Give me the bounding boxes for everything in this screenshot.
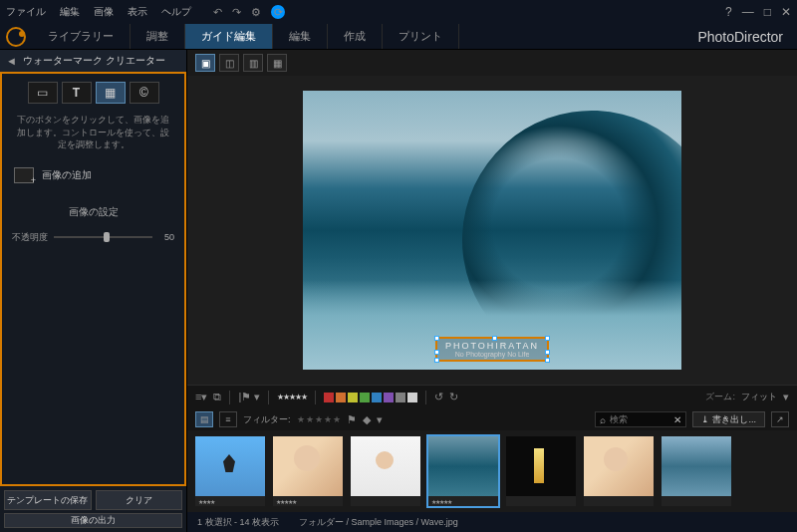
filter-more-icon[interactable]: ▾ <box>377 413 383 426</box>
view-list-icon[interactable]: ≡ <box>219 411 237 427</box>
opacity-slider[interactable]: 不透明度 50 <box>10 227 176 248</box>
grid-icon[interactable]: ≡▾ <box>195 391 207 403</box>
panel-title: ウォーターマーク クリエーター <box>23 54 165 68</box>
thumb-image <box>428 436 498 496</box>
filter-tag-icon[interactable]: ◆ <box>363 413 371 426</box>
slideshow-icon[interactable]: ⧉ <box>213 391 221 403</box>
rating-toolbar: ≡▾ ⧉ |⚑ ▾ ★★★★★ ↺ ↻ ズーム: フィット ▾ <box>187 385 797 408</box>
thumb-image <box>662 436 731 496</box>
filter-flag-icon[interactable]: ⚑ <box>347 413 357 426</box>
undo-icon[interactable]: ↶ <box>213 6 222 19</box>
hint-text: 下のボタンをクリックして、画像を追加します。コントロールを使って、設定を調整しま… <box>10 112 176 153</box>
window-minimize-icon[interactable]: — <box>742 5 754 19</box>
menu-help[interactable]: ヘルプ <box>161 5 191 19</box>
canvas[interactable]: PHOTOHIRATAN No Photography No Life <box>187 76 797 385</box>
clear-button[interactable]: クリア <box>96 490 183 510</box>
export-button[interactable]: ⤓ 書き出し... <box>692 411 765 427</box>
left-panel: ◄ ウォーターマーク クリエーター ▭ T ▦ © 下のボタンをクリックして、画… <box>0 50 187 532</box>
thumbnail[interactable]: ★★★★★ <box>428 436 498 506</box>
window-close-icon[interactable]: ✕ <box>781 5 791 19</box>
wm-tab-frame[interactable]: ▭ <box>28 82 58 104</box>
status-bar: 1 枚選択 - 14 枚表示 フォルダー / Sample Images / W… <box>187 512 797 532</box>
thumb-rating: ★★★★★ <box>431 498 451 505</box>
cloud-sync-icon[interactable]: ⟳ <box>271 5 285 19</box>
flag-icon[interactable]: |⚑ ▾ <box>238 391 260 403</box>
rotate-ccw-icon[interactable]: ↺ <box>434 391 443 403</box>
filter-stars[interactable]: ★★★★★ <box>297 414 341 424</box>
export-icon: ⤓ <box>701 414 709 424</box>
wm-tab-copyright[interactable]: © <box>130 82 159 104</box>
window-help-icon[interactable]: ? <box>725 5 732 19</box>
gear-icon[interactable]: ⚙ <box>251 6 261 19</box>
view-split-icon[interactable]: ◫ <box>219 54 239 72</box>
status-path: フォルダー / Sample Images / Wave.jpg <box>299 516 458 529</box>
thumbnail[interactable]: ★★★★ <box>195 436 265 506</box>
save-template-button[interactable]: テンプレートの保存 <box>4 490 92 510</box>
zoom-dropdown-icon[interactable]: ▾ <box>783 391 789 403</box>
back-icon[interactable]: ◄ <box>6 55 17 67</box>
view-multi-icon[interactable]: ▦ <box>267 54 287 72</box>
watermark-type-tabs: ▭ T ▦ © <box>10 82 176 104</box>
tab-library[interactable]: ライブラリー <box>32 24 131 49</box>
color-swatch[interactable] <box>407 393 417 402</box>
color-swatch[interactable] <box>372 393 382 402</box>
view-thumb-icon[interactable]: ▤ <box>195 411 213 427</box>
menu-file[interactable]: ファイル <box>6 5 46 19</box>
export-image-button[interactable]: 画像の出力 <box>4 513 182 528</box>
wm-tab-image[interactable]: ▦ <box>96 82 126 104</box>
thumbnail[interactable] <box>584 436 654 506</box>
watermark-overlay[interactable]: PHOTOHIRATAN No Photography No Life <box>435 337 549 362</box>
thumb-image <box>273 436 343 496</box>
color-swatch[interactable] <box>336 393 346 402</box>
tab-edit[interactable]: 編集 <box>273 24 328 49</box>
add-image-button[interactable]: 画像の追加 <box>10 161 176 189</box>
opacity-value: 50 <box>158 232 174 242</box>
thumb-image <box>584 436 654 496</box>
image-settings-label: 画像の設定 <box>10 205 176 219</box>
photo-preview[interactable]: PHOTOHIRATAN No Photography No Life <box>303 91 681 370</box>
app-logo <box>0 24 32 49</box>
redo-icon[interactable]: ↷ <box>232 6 241 19</box>
thumbnail[interactable] <box>351 436 420 506</box>
zoom-fit[interactable]: フィット <box>741 391 777 403</box>
menubar: ファイル 編集 画像 表示 ヘルプ ↶ ↷ ⚙ ⟳ ? — □ ✕ <box>0 0 797 24</box>
rating-stars[interactable]: ★★★★★ <box>277 393 307 401</box>
tab-print[interactable]: プリント <box>383 24 459 49</box>
thumb-rating: ★★★★★ <box>276 498 296 505</box>
zoom-label: ズーム: <box>705 391 735 403</box>
opacity-handle[interactable] <box>104 232 110 242</box>
tab-guided[interactable]: ガイド編集 <box>185 24 273 49</box>
thumbnail[interactable]: ★★★★★ <box>273 436 343 506</box>
menu-image[interactable]: 画像 <box>94 5 114 19</box>
add-image-label: 画像の追加 <box>42 168 92 182</box>
share-icon[interactable]: ↗ <box>771 411 789 427</box>
wm-tab-text[interactable]: T <box>62 82 92 104</box>
view-single-icon[interactable]: ▣ <box>195 54 215 72</box>
window-maximize-icon[interactable]: □ <box>764 5 771 19</box>
search-input[interactable] <box>610 414 669 424</box>
add-image-icon <box>14 167 34 183</box>
color-swatch[interactable] <box>360 393 370 402</box>
tab-adjust[interactable]: 調整 <box>131 24 185 49</box>
watermark-text-2: No Photography No Life <box>445 351 539 358</box>
search-box[interactable]: ⌕ ✕ <box>595 411 686 427</box>
filter-label: フィルター: <box>243 413 291 426</box>
tab-create[interactable]: 作成 <box>328 24 383 49</box>
main-tabs: ライブラリー 調整 ガイド編集 編集 作成 プリント PhotoDirector <box>0 24 797 50</box>
menu-edit[interactable]: 編集 <box>60 5 80 19</box>
search-clear-icon[interactable]: ✕ <box>673 414 681 425</box>
thumbnail[interactable] <box>506 436 576 506</box>
view-compare-icon[interactable]: ▥ <box>243 54 263 72</box>
color-swatch[interactable] <box>348 393 358 402</box>
rotate-cw-icon[interactable]: ↻ <box>449 391 458 403</box>
workspace: ▣ ◫ ▥ ▦ PHOTOHIRATAN No Photography No L… <box>187 50 797 532</box>
watermark-text-1: PHOTOHIRATAN <box>445 341 539 351</box>
thumb-image <box>506 436 576 496</box>
brand-label: PhotoDirector <box>697 24 797 49</box>
color-swatch[interactable] <box>384 393 394 402</box>
filmstrip[interactable]: ★★★★★★★★★★★★★★ <box>187 430 797 512</box>
menu-view[interactable]: 表示 <box>128 5 147 19</box>
color-swatch[interactable] <box>396 393 405 402</box>
color-swatch[interactable] <box>324 393 334 402</box>
thumbnail[interactable] <box>662 436 731 506</box>
